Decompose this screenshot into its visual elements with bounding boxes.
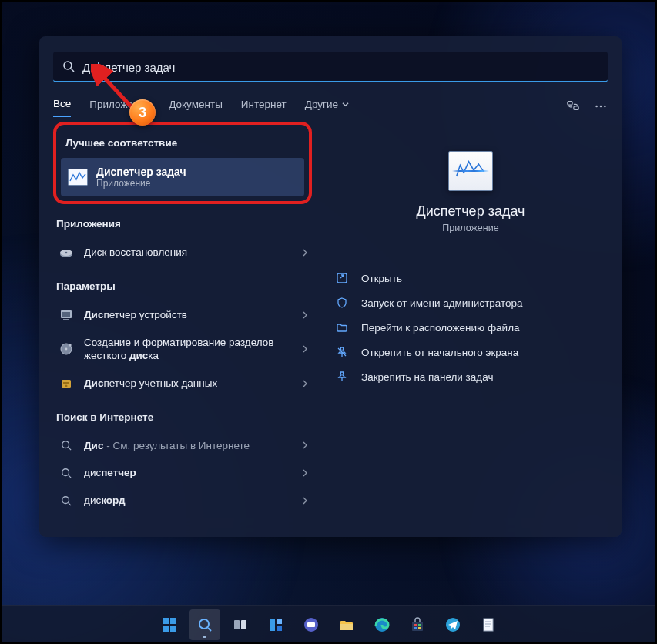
tab-more[interactable]: Другие: [305, 99, 349, 116]
action-run-admin[interactable]: Запуск от имени администратора: [334, 290, 608, 315]
setting-device-manager[interactable]: Диспетчер устройств: [53, 301, 312, 329]
taskbar-notepad[interactable]: [473, 609, 504, 640]
chevron-right-icon: [301, 380, 309, 387]
svg-rect-48: [418, 627, 421, 629]
chevron-right-icon: [301, 441, 309, 449]
preview-pane: Диспетчер задач Приложение Открыть Запус…: [312, 120, 608, 514]
svg-rect-30: [170, 618, 176, 624]
svg-rect-29: [163, 618, 169, 624]
taskbar: [2, 605, 655, 642]
search-icon: [62, 60, 75, 72]
unpin-icon: [334, 346, 350, 358]
svg-rect-12: [63, 319, 69, 320]
svg-line-23: [69, 475, 72, 478]
taskbar-explorer[interactable]: [331, 609, 362, 640]
svg-point-33: [199, 619, 209, 629]
tab-web[interactable]: Интернет: [241, 99, 287, 116]
svg-rect-38: [277, 619, 282, 624]
setting-label: Диспетчер устройств: [84, 308, 301, 322]
result-title: Диспетчер задач: [96, 166, 186, 178]
more-options-icon[interactable]: [594, 99, 608, 116]
setting-credential-manager[interactable]: Диспетчер учетных данных: [53, 370, 312, 397]
setting-label: Диспетчер учетных данных: [84, 377, 301, 391]
search-icon: [56, 495, 76, 506]
chevron-right-icon: [301, 497, 309, 505]
svg-rect-3: [574, 106, 578, 110]
preview-app-icon: [448, 151, 493, 191]
taskbar-widgets[interactable]: [260, 609, 291, 640]
action-unpin-start[interactable]: Открепить от начального экрана: [334, 340, 608, 364]
preview-title: Диспетчер задач: [334, 203, 608, 220]
svg-rect-45: [414, 624, 417, 626]
taskbar-start[interactable]: [154, 609, 185, 640]
section-web: Поиск в Интернете: [53, 397, 312, 432]
svg-rect-39: [277, 626, 282, 631]
taskbar-taskview[interactable]: [225, 609, 256, 640]
setting-label: Создание и форматирование разделов жестк…: [84, 336, 301, 363]
svg-point-22: [62, 469, 69, 476]
web-label: дискорд: [84, 494, 301, 508]
tab-all[interactable]: Все: [53, 98, 71, 117]
annotation-step-badge: 3: [129, 99, 156, 126]
web-label: Дис - См. результаты в Интернете: [84, 439, 301, 453]
pin-icon: [334, 371, 350, 383]
taskbar-chat[interactable]: [296, 609, 327, 640]
taskbar-store[interactable]: [402, 609, 433, 640]
annotation-highlight: Лучшее соответствие Диспетчер задач Прил…: [53, 122, 312, 204]
svg-point-5: [600, 106, 602, 108]
action-pin-taskbar[interactable]: Закрепить на панели задач: [334, 364, 608, 389]
svg-point-4: [595, 106, 598, 108]
open-icon: [334, 272, 350, 284]
svg-point-6: [604, 106, 606, 108]
svg-rect-46: [418, 624, 421, 626]
svg-rect-35: [234, 620, 240, 629]
svg-rect-41: [307, 622, 315, 627]
taskbar-edge[interactable]: [367, 609, 397, 640]
section-best-match: Лучшее соответствие: [61, 129, 304, 158]
app-recovery-drive[interactable]: Диск восстановления: [53, 239, 312, 267]
svg-point-19: [65, 384, 68, 387]
task-manager-icon: [67, 169, 89, 186]
result-subtitle: Приложение: [96, 178, 186, 189]
svg-rect-32: [170, 626, 176, 632]
svg-line-21: [69, 448, 72, 451]
chevron-right-icon: [301, 345, 309, 353]
section-settings: Параметры: [53, 267, 312, 301]
svg-rect-18: [63, 382, 69, 384]
disk-partition-icon: [56, 342, 76, 356]
taskbar-telegram[interactable]: [437, 609, 468, 640]
result-task-manager[interactable]: Диспетчер задач Приложение: [61, 158, 304, 196]
svg-rect-47: [414, 627, 417, 629]
svg-line-1: [71, 69, 74, 72]
web-search-dispatcher[interactable]: диспетчер: [53, 459, 312, 487]
svg-rect-36: [241, 620, 246, 629]
svg-rect-42: [340, 624, 353, 630]
svg-point-16: [65, 348, 68, 351]
svg-rect-2: [568, 102, 572, 106]
web-label: диспетчер: [84, 466, 301, 480]
credential-icon: [56, 377, 76, 391]
search-icon: [56, 440, 76, 451]
svg-rect-44: [412, 622, 423, 631]
taskbar-search[interactable]: [189, 609, 220, 640]
web-search-discord[interactable]: дискорд: [53, 487, 312, 515]
svg-point-24: [62, 496, 69, 503]
web-search-dis[interactable]: Дис - См. результаты в Интернете: [53, 432, 312, 460]
drive-icon: [56, 247, 76, 259]
svg-line-25: [69, 502, 72, 505]
setting-disk-management[interactable]: Создание и форматирование разделов жестк…: [53, 329, 312, 370]
chevron-right-icon: [301, 249, 309, 257]
search-icon: [56, 468, 76, 478]
tab-documents[interactable]: Документы: [169, 99, 223, 116]
preview-subtitle: Приложение: [334, 223, 608, 233]
action-open-location[interactable]: Перейти к расположению файла: [334, 315, 608, 340]
action-open[interactable]: Открыть: [334, 266, 608, 290]
chevron-right-icon: [301, 311, 309, 319]
svg-rect-13: [62, 312, 70, 317]
svg-point-0: [64, 62, 72, 69]
svg-line-34: [208, 628, 211, 631]
app-label: Диск восстановления: [84, 246, 301, 260]
svg-point-20: [62, 441, 69, 448]
quick-search-icon[interactable]: [566, 99, 580, 116]
section-apps: Приложения: [53, 204, 312, 239]
